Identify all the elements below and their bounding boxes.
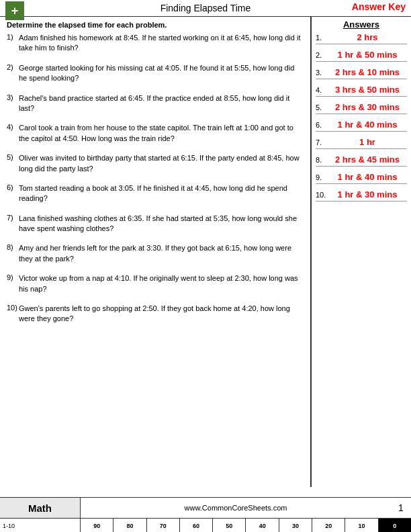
problem-7: 7) Lana finished washing clothes at 6:35… — [7, 214, 304, 234]
problem-8: 8) Amy and her friends left for the park… — [7, 243, 304, 264]
answer-val-8: 2 hrs & 45 mins — [328, 154, 407, 165]
score-box-90: 90 — [81, 519, 113, 532]
problem-5: 5) Oliver was invited to birthday party … — [7, 153, 304, 174]
problem-number-7: 7) — [7, 214, 19, 222]
problem-3: 3) Rachel's band practice started at 6:4… — [7, 93, 304, 114]
main-container: Determine the elapsed time for each prob… — [0, 17, 411, 487]
answer-num-7: 7. — [316, 138, 328, 146]
problem-number-8: 8) — [7, 243, 19, 251]
problem-number-9: 9) — [7, 273, 19, 281]
score-range-label: 1-10 — [0, 519, 81, 532]
footer-top: Math www.CommonCoreSheets.com 1 — [0, 498, 411, 518]
answer-item-8: 8. 2 hrs & 45 mins — [316, 154, 407, 167]
answer-item-3: 3. 2 hrs & 10 mins — [316, 67, 407, 79]
score-boxes-row: 1-10 90 80 70 60 50 40 30 20 10 0 — [0, 518, 411, 532]
problem-text-3: Rachel's band practice started at 6:45. … — [19, 93, 304, 114]
answer-item-6: 6. 1 hr & 40 mins — [316, 120, 407, 132]
problem-text-10: Gwen's parents left to go shopping at 2:… — [19, 304, 304, 324]
answer-num-6: 6. — [316, 121, 328, 129]
score-box-10: 10 — [345, 519, 378, 532]
answer-num-2: 2. — [316, 51, 328, 59]
answer-num-5: 5. — [316, 103, 328, 112]
answer-val-10: 1 hr & 30 mins — [328, 189, 407, 200]
answer-key-label: Answer Key — [352, 1, 406, 12]
answer-num-8: 8. — [316, 156, 328, 164]
answer-num-9: 9. — [316, 173, 328, 181]
score-box-20: 20 — [312, 519, 345, 532]
score-box-0: 0 — [379, 519, 411, 532]
answer-val-2: 1 hr & 50 mins — [328, 50, 407, 60]
problem-number-6: 6) — [7, 183, 19, 191]
problem-number-2: 2) — [7, 63, 19, 71]
answer-item-1: 1. 2 hrs — [316, 32, 407, 44]
answer-num-4: 4. — [316, 86, 328, 94]
answer-item-10: 10. 1 hr & 30 mins — [316, 189, 407, 202]
score-box-50: 50 — [213, 519, 246, 532]
problem-number-1: 1) — [7, 33, 19, 41]
problem-text-6: Tom started reading a book at 3:05. If h… — [19, 183, 304, 204]
problem-text-4: Carol took a train from her house to the… — [19, 123, 304, 144]
problem-text-1: Adam finished his homework at 8:45. If h… — [19, 33, 304, 54]
answer-item-9: 9. 1 hr & 40 mins — [316, 172, 407, 184]
answer-val-4: 3 hrs & 50 mins — [328, 85, 407, 95]
logo: + — [5, 1, 24, 20]
problems-section: Determine the elapsed time for each prob… — [0, 17, 312, 487]
answers-title: Answers — [316, 19, 407, 30]
answer-item-5: 5. 2 hrs & 30 mins — [316, 102, 407, 114]
problem-number-10: 10) — [7, 304, 19, 312]
answer-val-9: 1 hr & 40 mins — [328, 172, 407, 182]
answer-num-3: 3. — [316, 69, 328, 77]
problem-6: 6) Tom started reading a book at 3:05. I… — [7, 183, 304, 204]
answer-key-section: Answers 1. 2 hrs 2. 1 hr & 50 mins 3. 2 … — [312, 17, 411, 487]
problem-text-2: George started looking for his missing c… — [19, 63, 304, 84]
logo-symbol: + — [11, 4, 19, 18]
math-label: Math — [0, 498, 81, 518]
problem-number-5: 5) — [7, 153, 19, 161]
problem-number-3: 3) — [7, 93, 19, 101]
answer-val-1: 2 hrs — [328, 32, 407, 42]
answer-val-5: 2 hrs & 30 mins — [328, 102, 407, 112]
problem-10: 10) Gwen's parents left to go shopping a… — [7, 304, 304, 324]
directions: Determine the elapsed time for each prob… — [7, 21, 304, 29]
answer-val-7: 1 hr — [328, 137, 407, 147]
score-box-70: 70 — [147, 519, 180, 532]
problem-2: 2) George started looking for his missin… — [7, 63, 304, 84]
answer-num-1: 1. — [316, 34, 328, 42]
problem-4: 4) Carol took a train from her house to … — [7, 123, 304, 144]
problem-text-9: Victor woke up from a nap at 4:10. If he… — [19, 273, 304, 294]
problem-9: 9) Victor woke up from a nap at 4:10. If… — [7, 273, 304, 294]
score-box-80: 80 — [113, 519, 146, 532]
header: + Finding Elapsed Time Answer Key — [0, 0, 411, 17]
footer: Math www.CommonCoreSheets.com 1 1-10 90 … — [0, 497, 411, 532]
footer-website: www.CommonCoreSheets.com — [81, 498, 391, 518]
problem-text-5: Oliver was invited to birthday party tha… — [19, 153, 304, 174]
score-box-60: 60 — [180, 519, 213, 532]
page-number: 1 — [391, 498, 411, 518]
answer-item-2: 2. 1 hr & 50 mins — [316, 50, 407, 62]
answer-item-4: 4. 3 hrs & 50 mins — [316, 85, 407, 97]
page-title: Finding Elapsed Time — [161, 3, 251, 13]
problem-text-8: Amy and her friends left for the park at… — [19, 243, 304, 264]
score-box-40: 40 — [246, 519, 279, 532]
problem-1: 1) Adam finished his homework at 8:45. I… — [7, 33, 304, 54]
answer-val-6: 1 hr & 40 mins — [328, 120, 407, 130]
answer-val-3: 2 hrs & 10 mins — [328, 67, 407, 77]
score-box-30: 30 — [279, 519, 312, 532]
problem-number-4: 4) — [7, 123, 19, 131]
answer-num-10: 10. — [316, 191, 328, 199]
problem-text-7: Lana finished washing clothes at 6:35. I… — [19, 214, 304, 234]
answer-item-7: 7. 1 hr — [316, 137, 407, 149]
